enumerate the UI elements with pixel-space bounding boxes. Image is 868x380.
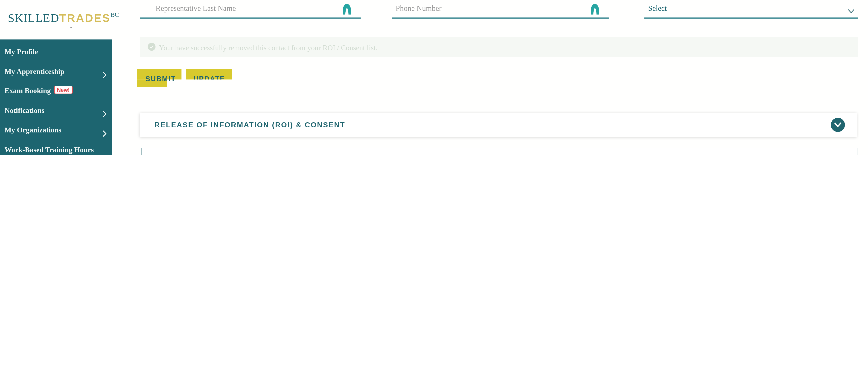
chevron-right-icon	[103, 126, 106, 143]
representative-last-name-placeholder: Representative Last Name	[156, 4, 236, 13]
panel-title: RELEASE OF INFORMATION (ROI) & CONSENT	[154, 121, 345, 129]
sidebar-item-work-based-training-hours[interactable]: Work-Based Training Hours	[0, 141, 112, 155]
chevron-down-icon	[834, 122, 841, 127]
sidebar-item-label: Work-Based Training Hours	[5, 146, 94, 154]
collapse-toggle-button[interactable]	[831, 118, 845, 132]
sidebar-item-label: Notifications	[5, 106, 44, 114]
sidebar-item-my-organizations[interactable]: My Organizations	[0, 122, 112, 139]
sidebar: My Profile My Apprenticeship Exam Bookin…	[0, 39, 112, 155]
phone-number-placeholder: Phone Number	[396, 4, 442, 13]
flame-arch-icon	[591, 4, 599, 15]
roi-consent-panel-header: RELEASE OF INFORMATION (ROI) & CONSENT	[140, 113, 857, 137]
sidebar-item-notifications[interactable]: Notifications	[0, 102, 112, 119]
sidebar-item-exam-booking[interactable]: Exam BookingNew!	[0, 82, 112, 99]
sidebar-item-label: My Apprenticeship	[5, 67, 64, 76]
chevron-right-icon	[103, 107, 106, 123]
brand-logo: SKILLEDTRADESBC	[8, 11, 119, 25]
roi-consent-table-card: All All Show 5 entries Show 5 entries Na…	[141, 148, 858, 155]
chevron-right-icon	[103, 68, 106, 85]
sidebar-item-my-apprenticeship[interactable]: My Apprenticeship	[0, 63, 112, 80]
brand-skilled: SKILLED	[8, 11, 59, 25]
update-button-label: UPDATE	[193, 75, 225, 80]
success-alert: Your have successfully removed this cont…	[140, 37, 858, 57]
sidebar-item-label: Exam Booking	[5, 86, 51, 95]
update-button[interactable]: UPDATE	[186, 69, 231, 80]
logo-trademark-dot	[70, 27, 72, 28]
sidebar-item-label: My Organizations	[5, 126, 61, 134]
brand-trades: TRADES	[59, 12, 111, 24]
sidebar-item-label: My Profile	[5, 48, 38, 56]
brand-bc: BC	[111, 11, 119, 18]
submit-button-label: SUBMIT	[146, 75, 176, 83]
phone-number-field[interactable]: Phone Number	[392, 0, 609, 19]
select-dropdown[interactable]: Select	[644, 0, 858, 19]
flame-arch-icon	[343, 4, 351, 15]
select-value: Select	[648, 4, 667, 13]
representative-last-name-field[interactable]: Representative Last Name	[140, 0, 361, 19]
chevron-down-icon	[848, 5, 855, 16]
check-circle-icon	[148, 43, 155, 53]
success-alert-message: Your have successfully removed this cont…	[159, 43, 378, 53]
page: SKILLEDTRADESBC My Profile My Apprentice…	[0, 0, 868, 155]
sidebar-item-my-profile[interactable]: My Profile	[0, 43, 112, 60]
new-badge: New!	[54, 86, 72, 94]
